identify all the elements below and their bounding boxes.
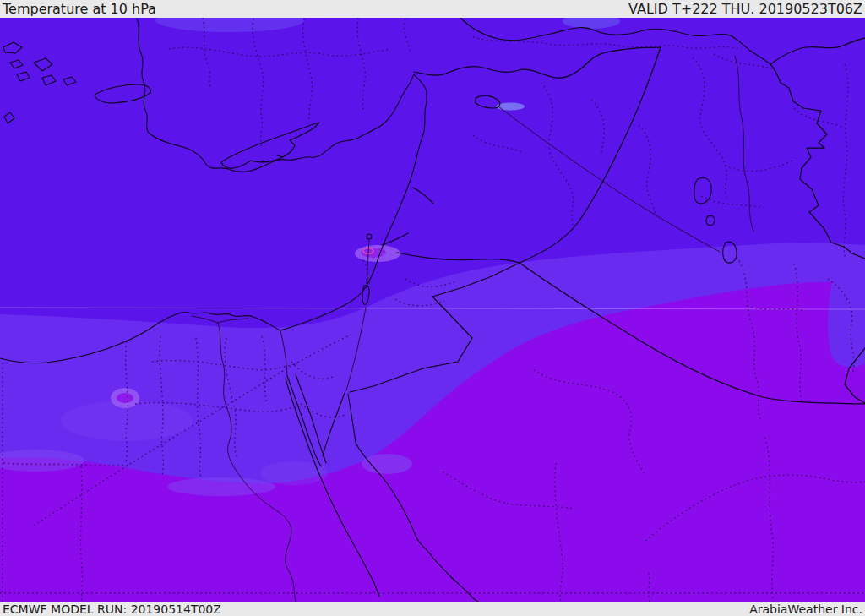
valid-time-label: VALID T+222 THU. 20190523T06Z bbox=[628, 1, 862, 17]
map-canvas bbox=[0, 0, 865, 616]
map-title: Temperature at 10 hPa bbox=[3, 1, 156, 17]
weather-map-screen: Temperature at 10 hPa VALID T+222 THU. 2… bbox=[0, 0, 865, 616]
brand-label: ArabiaWeather Inc. bbox=[749, 602, 862, 616]
warm-ring-west bbox=[111, 388, 139, 408]
warm-ring-west-inner bbox=[117, 393, 133, 403]
footer-bar: ECMWF MODEL RUN: 20190514T00Z ArabiaWeat… bbox=[0, 602, 865, 616]
header-bar: Temperature at 10 hPa VALID T+222 THU. 2… bbox=[0, 0, 865, 18]
zone-band-right-lobe bbox=[828, 281, 865, 367]
model-run-label: ECMWF MODEL RUN: 20190514T00Z bbox=[3, 602, 221, 616]
